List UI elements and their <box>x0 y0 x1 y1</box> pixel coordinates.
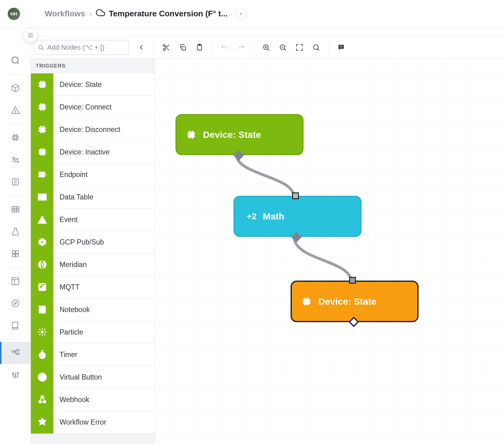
breadcrumb-current[interactable]: Temperature Conversion (F° t... <box>96 8 247 20</box>
svg-rect-33 <box>12 278 19 285</box>
node-output-port[interactable] <box>350 318 357 326</box>
node-input-port[interactable] <box>349 277 357 284</box>
palette-item[interactable]: Webhook <box>31 388 155 411</box>
canvas-node-device-state-output[interactable]: Device: State <box>291 281 419 322</box>
palette-item[interactable]: Virtual Button <box>31 366 155 388</box>
palette-header: TRIGGERS <box>31 59 155 73</box>
redo-button[interactable] <box>234 40 249 55</box>
svg-point-118 <box>39 289 40 290</box>
svg-rect-29 <box>12 251 15 253</box>
toolbar-separator <box>212 41 212 54</box>
comment-button[interactable]: + <box>334 40 349 55</box>
chip-icon <box>31 73 53 96</box>
palette-item-label: Notebook <box>53 306 90 314</box>
palette-item[interactable]: Device: Disconnect <box>31 118 155 141</box>
sidebar-search[interactable] <box>0 49 31 72</box>
sidebar-sliders[interactable] <box>0 364 31 386</box>
svg-line-126 <box>39 329 40 330</box>
palette-item[interactable]: MQTT <box>31 276 155 298</box>
svg-point-115 <box>41 241 43 243</box>
fit-button[interactable] <box>292 40 307 55</box>
breadcrumb-bar: HH Workflows › Temperature Conversion (F… <box>0 0 504 28</box>
sidebar-compass[interactable] <box>0 292 31 314</box>
back-button[interactable] <box>134 40 149 55</box>
palette-item[interactable]: GCP Pub/Sub <box>31 231 155 253</box>
chip-icon <box>301 296 312 307</box>
svg-point-121 <box>41 331 43 334</box>
node-input-port[interactable] <box>292 192 300 200</box>
palette-item[interactable]: !Event <box>31 208 155 231</box>
svg-point-64 <box>313 45 318 49</box>
cloud-icon <box>96 8 105 19</box>
node-label: Math <box>263 211 284 222</box>
search-input[interactable]: Add Nodes (⌥ + [) <box>34 40 129 55</box>
meridian-icon <box>31 253 53 276</box>
chip-icon <box>31 96 53 118</box>
sidebar-workflow[interactable] <box>0 342 31 364</box>
palette-item-label: Device: Connect <box>53 103 112 111</box>
palette-item[interactable]: Workflow Error <box>31 411 155 434</box>
zoom-reset-button[interactable] <box>309 40 324 55</box>
svg-line-48 <box>42 49 43 50</box>
hex-icon <box>31 231 53 253</box>
palette-item[interactable]: Device: State <box>31 73 155 96</box>
svg-point-47 <box>39 45 43 49</box>
svg-point-46 <box>17 372 19 374</box>
svg-rect-54 <box>182 47 186 50</box>
breadcrumb-root[interactable]: Workflows <box>45 9 85 18</box>
svg-rect-32 <box>16 254 19 257</box>
palette-item[interactable]: Data Table <box>31 186 155 208</box>
palette-item-label: Device: State <box>53 80 102 89</box>
sidebar-chip[interactable] <box>0 126 31 149</box>
canvas-node-math[interactable]: +2 Math <box>233 196 361 237</box>
palette-item[interactable]: Device: Connect <box>31 96 155 118</box>
webhook-icon <box>31 388 53 411</box>
palette-item[interactable]: Device: Inactive <box>31 141 155 163</box>
sidebar-dashboard[interactable] <box>0 270 31 292</box>
paste-button[interactable] <box>192 40 207 55</box>
svg-line-128 <box>39 334 40 335</box>
palette-item-label: Workflow Error <box>53 418 106 426</box>
workflow-canvas[interactable]: Device: State +2 Math Device: State <box>155 59 504 444</box>
vbutton-icon <box>31 366 53 388</box>
node-palette: TRIGGERS Device: StateDevice: ConnectDev… <box>31 59 155 444</box>
svg-rect-108 <box>38 194 46 200</box>
palette-item[interactable]: Timer <box>31 343 155 366</box>
breadcrumb-dropdown[interactable] <box>235 8 247 20</box>
avatar[interactable]: HH <box>8 8 20 20</box>
svg-rect-38 <box>12 351 14 352</box>
node-output-port[interactable] <box>293 233 300 241</box>
palette-item[interactable]: Endpoint <box>31 163 155 186</box>
avatar-label: HH <box>10 11 18 16</box>
zoom-in-button[interactable] <box>259 40 274 55</box>
zoom-out-button[interactable] <box>275 40 290 55</box>
sidebar-puzzle[interactable] <box>0 243 31 265</box>
palette-item[interactable]: Meridian <box>31 253 155 276</box>
sidebar-warning[interactable] <box>0 99 31 121</box>
svg-line-52 <box>167 48 169 50</box>
sidebar-doc[interactable] <box>0 171 31 193</box>
palette-item[interactable]: Particle <box>31 321 155 343</box>
search-icon <box>38 44 44 51</box>
chip-icon <box>31 118 53 141</box>
cut-button[interactable] <box>159 40 174 55</box>
palette-item-label: Webhook <box>53 396 89 404</box>
hamburger-button[interactable] <box>23 28 38 43</box>
sidebar-table[interactable] <box>0 198 31 220</box>
sidebar-keys[interactable] <box>0 149 31 171</box>
svg-text:+: + <box>340 45 342 48</box>
svg-text:!: ! <box>41 218 43 223</box>
sidebar-lab[interactable] <box>0 220 31 243</box>
sidebar-divider <box>6 195 24 196</box>
copy-button[interactable] <box>176 40 190 55</box>
svg-rect-31 <box>12 254 15 257</box>
sidebar-book[interactable] <box>0 314 31 337</box>
sidebar-box[interactable] <box>0 77 31 99</box>
svg-point-3 <box>12 57 18 63</box>
canvas-node-device-state-trigger[interactable]: Device: State <box>176 114 304 155</box>
palette-item[interactable]: Notebook <box>31 298 155 321</box>
palette-item-label: MQTT <box>53 283 80 291</box>
node-output-port[interactable] <box>235 152 242 159</box>
svg-rect-141 <box>190 133 193 136</box>
undo-button[interactable] <box>217 40 232 55</box>
